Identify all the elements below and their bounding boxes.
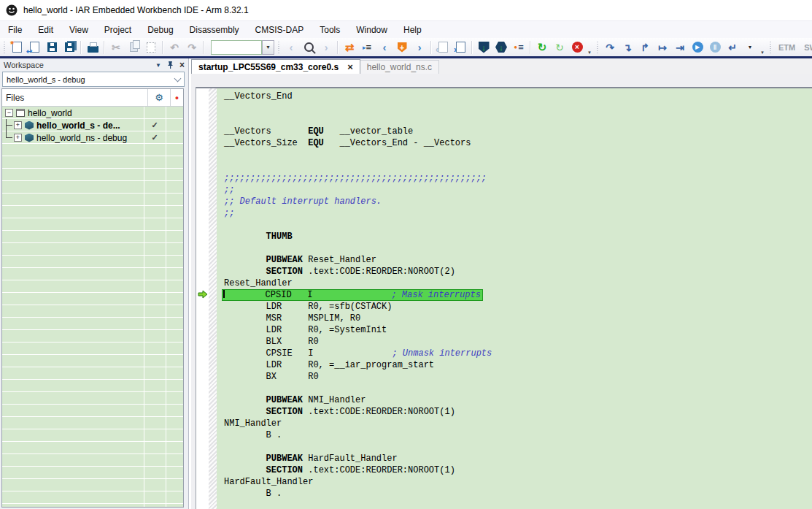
step-over-button[interactable]: ↷ — [601, 39, 619, 56]
build-column-header[interactable]: ⚙ — [147, 89, 170, 106]
code-line[interactable]: __Vectors_End — [224, 91, 812, 102]
menu-item-view[interactable]: View — [61, 22, 96, 39]
files-column-header[interactable]: Files — [2, 89, 147, 106]
new-document-button[interactable]: * — [8, 39, 26, 56]
files-tree[interactable]: −hello_world+hello_world_s - de...✓+hell… — [2, 107, 183, 507]
menu-item-window[interactable]: Window — [348, 22, 395, 39]
find-combo-input[interactable] — [211, 40, 262, 55]
tree-row[interactable]: −hello_world — [2, 107, 183, 119]
previous-bookmark-button[interactable]: ‹ — [376, 39, 393, 56]
code-line[interactable]: CPSIE I ; Unmask interrupts — [224, 348, 812, 359]
replace-button[interactable]: ⇄ — [341, 39, 358, 56]
undo-button[interactable]: ↶ — [166, 39, 183, 56]
tree-row[interactable]: +hello_world_s - de...✓ — [2, 119, 183, 131]
menu-item-file[interactable]: File — [0, 22, 30, 39]
next-document-button[interactable]: › — [452, 39, 469, 56]
toolbar-overflow-button[interactable]: ▾ — [759, 39, 766, 56]
etm-button[interactable]: ETM — [774, 43, 800, 52]
editor-tab[interactable]: hello_world_ns.c — [360, 60, 439, 74]
download-and-debug-button[interactable]: ↓ — [475, 39, 492, 56]
next-statement-button[interactable]: ↦ — [654, 39, 671, 56]
code-line[interactable]: ;; Default interrupt handlers. — [224, 196, 812, 207]
code-line[interactable]: LDR R0, =__iar_program_start — [224, 359, 812, 371]
cut-button[interactable]: ✂ — [107, 39, 125, 56]
menu-item-tools[interactable]: Tools — [312, 22, 348, 39]
find-previous-button[interactable]: ‹ — [282, 39, 300, 56]
expander-icon[interactable]: + — [14, 134, 22, 142]
next-bookmark-button[interactable]: › — [411, 39, 428, 56]
breakpoint-gutter[interactable] — [196, 88, 209, 509]
code-line[interactable] — [224, 242, 812, 254]
code-line[interactable]: BX R0 — [224, 371, 812, 383]
code-line[interactable]: LDR R0, =sfb(CSTACK) — [224, 301, 812, 313]
save-button[interactable] — [43, 39, 61, 56]
pause-button[interactable]: ‖ — [706, 39, 724, 56]
code-line[interactable] — [224, 149, 812, 161]
code-line[interactable]: HardFault_Handler — [224, 476, 812, 488]
step-into-button[interactable]: ↴ — [619, 39, 636, 56]
menu-item-debug[interactable]: Debug — [139, 22, 181, 39]
code-line[interactable]: ;; — [224, 207, 812, 219]
tab-close-icon[interactable]: × — [347, 61, 353, 72]
code-line[interactable] — [224, 383, 812, 394]
editor-tab[interactable]: startup_LPC55S69_cm33_core0.s× — [191, 59, 360, 74]
panel-menu-button[interactable]: ▼ — [155, 62, 161, 69]
stop-debugging-button[interactable]: × — [568, 39, 586, 56]
run-to-cursor-button[interactable]: ⇥ — [671, 39, 689, 56]
code-line[interactable]: BLX R0 — [224, 336, 812, 348]
code-line[interactable]: __Vectors EQU __vector_table — [224, 126, 812, 137]
menu-item-cmsis-dap[interactable]: CMSIS-DAP — [247, 22, 312, 39]
code-line[interactable]: MSR MSPLIM, R0 — [224, 313, 812, 324]
copy-button[interactable] — [125, 39, 142, 56]
panel-close-button[interactable]: × — [179, 60, 185, 70]
save-all-button[interactable] — [61, 39, 78, 56]
code-line[interactable]: SECTION .text:CODE:REORDER:NOROOT(1) — [224, 464, 812, 476]
menu-item-help[interactable]: Help — [395, 22, 430, 39]
code-line[interactable]: CPSID I ; Mask interrupts — [224, 289, 812, 301]
code-line[interactable] — [224, 161, 812, 172]
toggle-bookmark-button[interactable]: + — [393, 39, 411, 56]
code-line[interactable]: ;;;;;;;;;;;;;;;;;;;;;;;;;;;;;;;;;;;;;;;;… — [224, 172, 812, 184]
code-line[interactable]: THUMB — [224, 231, 812, 242]
expander-icon[interactable]: + — [14, 121, 22, 129]
menu-item-project[interactable]: Project — [96, 22, 139, 39]
find-combo-dropdown-button[interactable]: ▼ — [262, 40, 274, 55]
code-line[interactable]: PUBWEAK NMI_Handler — [224, 394, 812, 406]
code-line[interactable] — [224, 441, 812, 453]
code-line[interactable]: PUBWEAK Reset_Handler — [224, 254, 812, 266]
code-line[interactable]: __Vectors_Size EQU __Vectors_End - __Vec… — [224, 137, 812, 149]
open-document-button[interactable]: ↩ — [26, 39, 43, 56]
code-line[interactable]: B . — [224, 488, 812, 500]
code-line[interactable]: SECTION .text:CODE:REORDER:NOROOT(2) — [224, 266, 812, 278]
code-line[interactable]: SECTION .text:CODE:REORDER:NOROOT(1) — [224, 406, 812, 418]
code-line[interactable] — [224, 219, 812, 231]
toggle-breakpoint-button[interactable]: ●≡ — [510, 39, 527, 56]
code-line[interactable]: Reset_Handler — [224, 278, 812, 289]
swo-button[interactable]: SWO — [800, 43, 812, 52]
expander-icon[interactable]: − — [5, 109, 13, 117]
step-out-button[interactable]: ↱ — [636, 39, 654, 56]
previous-document-button[interactable]: ‹ — [434, 39, 452, 56]
configuration-selector[interactable]: hello_world_s - debug — [2, 72, 185, 87]
go-to-button[interactable]: ▸≡ — [358, 39, 376, 56]
code-line[interactable]: PUBWEAK HardFault_Handler — [224, 453, 812, 464]
break-button[interactable]: ↻ — [551, 39, 568, 56]
redo-button[interactable]: ↷ — [183, 39, 201, 56]
code-line[interactable] — [224, 500, 812, 509]
menu-item-disassembly[interactable]: Disassembly — [182, 22, 247, 39]
tree-row[interactable]: +hello_world_ns - debug✓ — [2, 131, 183, 144]
reset-button[interactable]: ↻ — [533, 39, 551, 56]
code-line[interactable]: ;; — [224, 184, 812, 196]
toolbar-overflow-button[interactable]: ▾ — [586, 39, 593, 56]
print-button[interactable] — [84, 39, 101, 56]
code-line[interactable]: B . — [224, 429, 812, 441]
pin-icon[interactable] — [167, 61, 174, 69]
code-line[interactable]: LDR R0, =SystemInit — [224, 324, 812, 336]
debug-without-downloading-button[interactable]: ↓ — [492, 39, 510, 56]
code-editor[interactable]: __Vectors_End__Vectors EQU __vector_tabl… — [217, 88, 812, 509]
go-button[interactable]: ▶ — [689, 39, 706, 56]
menu-item-edit[interactable]: Edit — [30, 22, 61, 39]
debug-dropdown-button[interactable]: ▾ — [741, 39, 759, 56]
code-line[interactable] — [224, 114, 812, 126]
code-line[interactable]: NMI_Handler — [224, 418, 812, 429]
